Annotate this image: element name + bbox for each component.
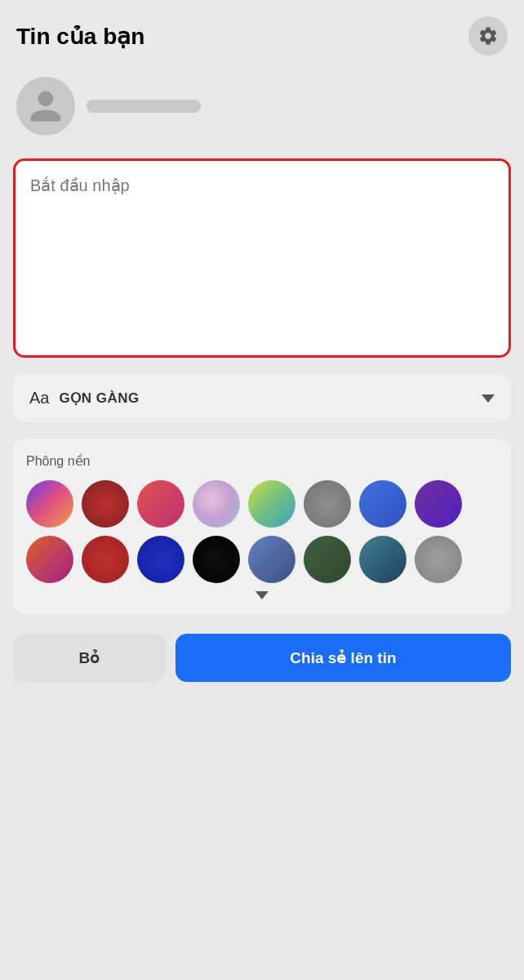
bottom-buttons: Bỏ Chia sẻ lên tin <box>13 634 511 698</box>
page-container: Tin của bạn Aa GỌN GÀNG Phông nền <box>0 0 524 980</box>
color-row-2 <box>26 536 498 583</box>
background-label: Phông nền <box>26 453 498 469</box>
header: Tin của bạn <box>0 0 524 69</box>
color-option-1[interactable] <box>26 480 73 528</box>
color-option-12[interactable] <box>193 536 240 583</box>
font-aa-label: Aa <box>29 389 49 408</box>
cancel-button[interactable]: Bỏ <box>13 634 166 682</box>
profile-row <box>0 69 524 152</box>
text-input-wrapper[interactable] <box>13 158 511 358</box>
color-option-11[interactable] <box>137 536 184 583</box>
chevron-down-icon <box>482 394 495 403</box>
expand-chevron-icon <box>255 591 269 599</box>
color-option-3[interactable] <box>137 480 184 528</box>
color-option-6[interactable] <box>304 480 351 528</box>
color-option-16[interactable] <box>415 536 462 583</box>
color-option-8[interactable] <box>415 480 462 528</box>
story-text-input[interactable] <box>17 163 507 350</box>
color-option-9[interactable] <box>26 536 73 583</box>
font-label: Aa GỌN GÀNG <box>29 389 140 408</box>
color-row-1 <box>26 480 498 528</box>
color-option-5[interactable] <box>248 480 295 528</box>
gear-icon <box>477 25 499 47</box>
username-display <box>87 100 201 113</box>
color-option-15[interactable] <box>359 536 406 583</box>
settings-button[interactable] <box>468 16 508 56</box>
color-option-2[interactable] <box>82 480 129 528</box>
color-option-7[interactable] <box>359 480 406 528</box>
avatar <box>16 77 75 136</box>
expand-arrow[interactable] <box>26 591 498 599</box>
background-section: Phông nền <box>13 439 511 614</box>
font-name-label: GỌN GÀNG <box>59 390 139 407</box>
font-selector[interactable]: Aa GỌN GÀNG <box>13 374 511 422</box>
color-grid <box>26 480 498 583</box>
color-option-4[interactable] <box>193 480 240 528</box>
color-option-10[interactable] <box>82 536 129 583</box>
page-title: Tin của bạn <box>16 23 144 50</box>
avatar-icon <box>27 87 64 125</box>
color-option-14[interactable] <box>304 536 351 583</box>
share-button[interactable]: Chia sẻ lên tin <box>175 634 511 682</box>
color-option-13[interactable] <box>248 536 295 583</box>
